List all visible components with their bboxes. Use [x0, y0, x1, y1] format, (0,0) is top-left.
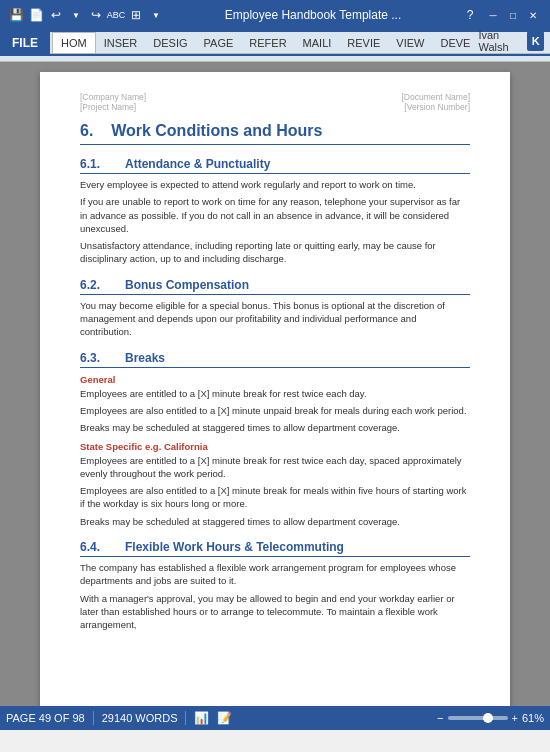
format-icon[interactable]: ⊞ — [128, 7, 144, 23]
sub-label-state: State Specific e.g. California — [80, 441, 470, 452]
para-6-2-1: You may become eligible for a special bo… — [80, 299, 470, 339]
track-changes-icon[interactable]: 📊 — [194, 711, 209, 725]
subsection-6-3-number: 6.3. — [80, 351, 115, 365]
redo-icon[interactable]: ↪ — [88, 7, 104, 23]
zoom-slider[interactable] — [448, 716, 508, 720]
maximize-button[interactable]: □ — [504, 6, 522, 24]
para-6-3-state-3: Breaks may be scheduled at staggered tim… — [80, 515, 470, 528]
document-name-header: [Document Name] — [402, 92, 471, 102]
subsection-6-3-text: Breaks — [125, 351, 165, 365]
review-icon[interactable]: 📝 — [217, 711, 232, 725]
undo-dropdown-icon[interactable]: ▼ — [68, 7, 84, 23]
page-count-text: PAGE 49 OF 98 — [6, 712, 85, 724]
file-tab[interactable]: FILE — [0, 30, 50, 56]
main-section-number: 6. — [80, 122, 93, 139]
para-6-1-1: Every employee is expected to attend wor… — [80, 178, 470, 191]
main-section-title: 6. Work Conditions and Hours — [80, 122, 470, 145]
word-count-section: 29140 WORDS — [102, 712, 178, 724]
subsection-6-2-number: 6.2. — [80, 278, 115, 292]
para-6-3-general-2: Employees are also entitled to a [X] min… — [80, 404, 470, 417]
zoom-slider-thumb — [483, 713, 493, 723]
subsection-6-4-text: Flexible Work Hours & Telecommuting — [125, 540, 344, 554]
qat-dropdown-icon[interactable]: ▼ — [148, 7, 164, 23]
page-header-right: [Document Name] [Version Number] — [402, 92, 471, 112]
subsection-6-1-number: 6.1. — [80, 157, 115, 171]
tab-home[interactable]: HOM — [52, 32, 96, 53]
title-bar-icons: 💾 📄 ↩ ▼ ↪ ABC ⊞ ▼ — [8, 7, 164, 23]
project-name-header: [Project Name] — [80, 102, 146, 112]
subsection-6-3-title: 6.3. Breaks — [80, 351, 470, 368]
tab-insert[interactable]: INSER — [96, 32, 146, 53]
para-6-4-1: The company has established a flexible w… — [80, 561, 470, 588]
zoom-percent-text: 61% — [522, 712, 544, 724]
para-6-1-2: If you are unable to report to work on t… — [80, 195, 470, 235]
para-6-3-general-3: Breaks may be scheduled at staggered tim… — [80, 421, 470, 434]
document-page: [Company Name] [Project Name] [Document … — [40, 72, 510, 706]
document-area[interactable]: [Company Name] [Project Name] [Document … — [0, 62, 550, 706]
save-icon[interactable]: 💾 — [8, 7, 24, 23]
status-bar: PAGE 49 OF 98 29140 WORDS 📊 📝 − + 61% — [0, 706, 550, 730]
subsection-6-1-text: Attendance & Punctuality — [125, 157, 270, 171]
subsection-6-2-title: 6.2. Bonus Compensation — [80, 278, 470, 295]
subsection-6-2-text: Bonus Compensation — [125, 278, 249, 292]
page-header: [Company Name] [Project Name] [Document … — [80, 92, 470, 112]
tab-page[interactable]: PAGE — [196, 32, 242, 53]
help-icon[interactable]: ? — [462, 7, 478, 23]
minimize-button[interactable]: ─ — [484, 6, 502, 24]
page-count-section: PAGE 49 OF 98 — [6, 712, 85, 724]
ribbon-file-row: FILE HOM INSER DESIG PAGE REFER MAILI RE… — [0, 30, 550, 56]
close-button[interactable]: ✕ — [524, 6, 542, 24]
user-avatar[interactable]: K — [527, 31, 544, 51]
zoom-minus-button[interactable]: − — [437, 712, 443, 724]
subsection-6-4-number: 6.4. — [80, 540, 115, 554]
zoom-plus-button[interactable]: + — [512, 712, 518, 724]
status-divider-2 — [185, 711, 186, 725]
main-area: [Company Name] [Project Name] [Document … — [0, 62, 550, 706]
status-divider-1 — [93, 711, 94, 725]
spelling-icon[interactable]: ABC — [108, 7, 124, 23]
para-6-4-2: With a manager's approval, you may be al… — [80, 592, 470, 632]
tab-design[interactable]: DESIG — [145, 32, 195, 53]
quick-access-icon[interactable]: 📄 — [28, 7, 44, 23]
company-name-header: [Company Name] — [80, 92, 146, 102]
subsection-6-4-title: 6.4. Flexible Work Hours & Telecommuting — [80, 540, 470, 557]
title-text: Employee Handbook Template ... — [170, 8, 456, 22]
para-6-1-3: Unsatisfactory attendance, including rep… — [80, 239, 470, 266]
user-area: Ivan Walsh K — [478, 29, 548, 53]
para-6-3-state-2: Employees are also entitled to a [X] min… — [80, 484, 470, 511]
tab-developer[interactable]: DEVE — [432, 32, 478, 53]
sub-label-general: General — [80, 374, 470, 385]
tab-references[interactable]: REFER — [241, 32, 294, 53]
main-section-text: Work Conditions and Hours — [111, 122, 322, 139]
zoom-area: − + 61% — [437, 712, 544, 724]
undo-icon[interactable]: ↩ — [48, 7, 64, 23]
ribbon-tabs: HOM INSER DESIG PAGE REFER MAILI REVIE V… — [50, 32, 550, 54]
page-header-left: [Company Name] [Project Name] — [80, 92, 146, 112]
para-6-3-general-1: Employees are entitled to a [X] minute b… — [80, 387, 470, 400]
word-count-text: 29140 WORDS — [102, 712, 178, 724]
tab-review[interactable]: REVIE — [339, 32, 388, 53]
title-bar: 💾 📄 ↩ ▼ ↪ ABC ⊞ ▼ Employee Handbook Temp… — [0, 0, 550, 30]
subsection-6-1-title: 6.1. Attendance & Punctuality — [80, 157, 470, 174]
version-number-header: [Version Number] — [402, 102, 471, 112]
user-name: Ivan Walsh — [478, 29, 523, 53]
tab-view[interactable]: VIEW — [388, 32, 432, 53]
para-6-3-state-1: Employees are entitled to a [X] minute b… — [80, 454, 470, 481]
tab-mailings[interactable]: MAILI — [295, 32, 340, 53]
window-controls: ─ □ ✕ — [484, 6, 542, 24]
